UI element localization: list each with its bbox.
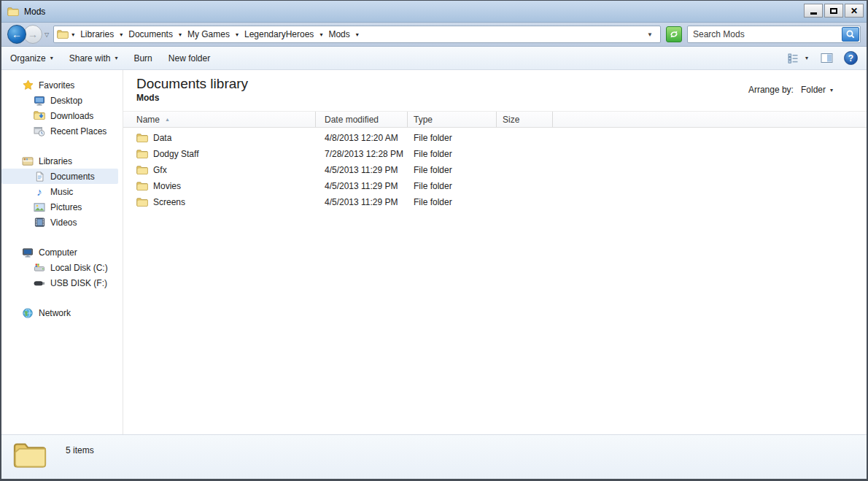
column-header-type[interactable]: Type: [408, 112, 497, 127]
breadcrumb-mods[interactable]: Mods: [325, 29, 352, 39]
chevron-down-icon: ▾: [115, 55, 117, 61]
sidebar-item-documents[interactable]: Documents: [1, 169, 118, 184]
back-button[interactable]: ←: [7, 25, 26, 44]
sidebar-label: Network: [39, 308, 71, 318]
downloads-folder-icon: [34, 110, 45, 121]
window-title: Mods: [24, 7, 45, 17]
search-button[interactable]: [842, 27, 859, 42]
address-bar[interactable]: ▾ Libraries ▾ Documents ▾ My Games ▾ Leg…: [53, 26, 661, 43]
chevron-down-icon[interactable]: ▾: [353, 31, 362, 38]
help-icon: ?: [848, 53, 853, 64]
share-with-button[interactable]: Share with ▾: [69, 53, 118, 64]
file-name: Gfx: [153, 165, 167, 175]
breadcrumb-legendaryheroes[interactable]: LegendaryHeroes: [241, 29, 317, 39]
search-box[interactable]: Search Mods: [687, 26, 861, 43]
file-date: 4/5/2013 11:29 PM: [325, 165, 398, 175]
file-row-screens[interactable]: Screens 4/5/2013 11:29 PM File folder: [123, 194, 867, 210]
preview-pane-button[interactable]: [821, 53, 833, 64]
chevron-down-icon[interactable]: ▾: [117, 31, 125, 38]
file-date: 4/5/2013 11:29 PM: [325, 181, 398, 191]
usb-drive-icon: [34, 278, 45, 288]
window-folder-icon: [7, 7, 19, 17]
sidebar-label: Favorites: [39, 80, 74, 91]
forward-arrow-icon: →: [28, 28, 38, 40]
folder-icon: [136, 165, 148, 175]
sidebar-item-pictures[interactable]: Pictures: [1, 199, 123, 215]
address-history-dropdown[interactable]: ▼: [643, 31, 657, 38]
help-button[interactable]: ?: [844, 51, 858, 65]
sidebar-item-recent-places[interactable]: Recent Places: [1, 123, 123, 139]
refresh-button[interactable]: [666, 26, 682, 42]
share-with-label: Share with: [69, 53, 111, 64]
sort-ascending-icon: ▲: [165, 117, 170, 122]
folder-icon: [136, 197, 148, 207]
sidebar-item-videos[interactable]: Videos: [1, 215, 123, 230]
title-bar[interactable]: Mods ✕: [1, 1, 867, 23]
arrange-by-dropdown[interactable]: Folder ▾: [801, 85, 833, 95]
column-header-row: Name ▲ Date modified Type Size: [123, 111, 867, 128]
file-row-movies[interactable]: Movies 4/5/2013 11:29 PM File folder: [123, 178, 867, 194]
burn-label: Burn: [133, 53, 152, 64]
details-pane: 5 items: [1, 434, 867, 479]
library-subtitle: Mods: [136, 93, 159, 103]
change-view-button[interactable]: [787, 53, 799, 64]
views-dropdown-icon[interactable]: ▾: [805, 55, 808, 61]
chevron-down-icon[interactable]: ▾: [317, 31, 325, 38]
column-header-filler: [553, 112, 867, 127]
recent-pages-dropdown[interactable]: ▽: [44, 31, 49, 38]
file-name: Data: [153, 133, 171, 143]
navigation-pane: Favorites Desktop: [1, 70, 123, 436]
search-input[interactable]: Search Mods: [688, 29, 842, 39]
chevron-down-icon[interactable]: ▾: [233, 31, 241, 38]
column-label: Name: [136, 115, 160, 125]
burn-button[interactable]: Burn: [133, 53, 152, 64]
arrange-by-value: Folder: [801, 85, 826, 95]
folder-icon: [136, 133, 148, 143]
sidebar-item-local-disk-c[interactable]: Local Disk (C:): [1, 260, 123, 275]
items-count: 5 items: [66, 445, 94, 479]
back-arrow-icon: ←: [12, 28, 22, 40]
file-list-pane: Documents library Mods Arrange by: Folde…: [123, 70, 867, 436]
network-icon: [22, 307, 34, 319]
breadcrumb-my-games[interactable]: My Games: [185, 29, 233, 39]
organize-button[interactable]: Organize ▾: [10, 53, 53, 64]
column-header-name[interactable]: Name ▲: [123, 112, 316, 127]
maximize-button[interactable]: [824, 4, 843, 18]
sidebar-item-computer[interactable]: Computer: [1, 245, 123, 260]
recent-places-icon: [34, 126, 45, 136]
column-header-size[interactable]: Size: [497, 112, 553, 127]
file-name: Screens: [153, 197, 185, 207]
file-name: Dodgy Staff: [153, 149, 198, 159]
sidebar-label: Recent Places: [50, 126, 106, 136]
file-row-gfx[interactable]: Gfx 4/5/2013 11:29 PM File folder: [123, 162, 867, 178]
computer-icon: [22, 247, 34, 258]
chevron-down-icon[interactable]: ▾: [69, 31, 77, 38]
sidebar-label: USB DISK (F:): [50, 278, 107, 288]
new-folder-button[interactable]: New folder: [168, 53, 210, 64]
sidebar-item-desktop[interactable]: Desktop: [1, 93, 123, 108]
sidebar-label: Computer: [39, 247, 77, 258]
sidebar-item-usb-disk-f[interactable]: USB DISK (F:): [1, 275, 123, 290]
search-icon: [845, 29, 856, 39]
close-icon: ✕: [850, 7, 858, 15]
file-date: 4/5/2013 11:29 PM: [325, 197, 398, 207]
breadcrumb-documents[interactable]: Documents: [125, 29, 176, 39]
sidebar-item-network[interactable]: Network: [1, 305, 123, 320]
file-row-data[interactable]: Data 4/8/2013 12:20 AM File folder: [123, 130, 867, 146]
minimize-icon: [810, 12, 817, 15]
sidebar-item-libraries[interactable]: Libraries: [1, 153, 123, 169]
file-type: File folder: [414, 149, 452, 159]
sidebar-label: Libraries: [39, 156, 72, 166]
chevron-down-icon[interactable]: ▾: [176, 31, 185, 38]
file-name: Movies: [153, 181, 181, 191]
sidebar-item-music[interactable]: ♪ Music: [1, 184, 123, 199]
file-type: File folder: [414, 133, 452, 143]
breadcrumb-libraries[interactable]: Libraries: [77, 29, 117, 39]
sidebar-label: Documents: [50, 172, 95, 182]
sidebar-item-favorites[interactable]: Favorites: [1, 77, 123, 93]
sidebar-item-downloads[interactable]: Downloads: [1, 108, 123, 123]
minimize-button[interactable]: [804, 4, 823, 18]
column-header-date-modified[interactable]: Date modified: [316, 112, 408, 127]
close-button[interactable]: ✕: [845, 4, 864, 18]
file-row-dodgy-staff[interactable]: Dodgy Staff 7/28/2013 12:28 PM File fold…: [123, 146, 867, 162]
